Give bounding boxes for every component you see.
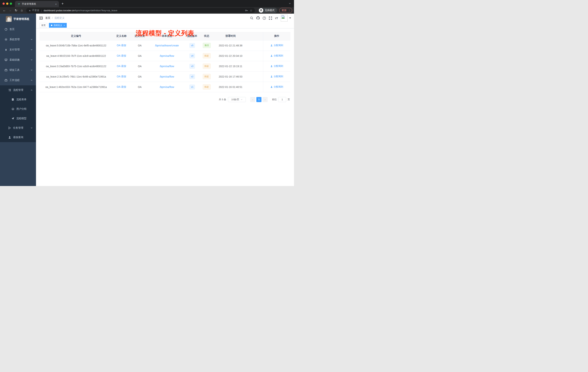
sidebar-item-infra[interactable]: 基础设施	[0, 55, 36, 65]
page-content: 定义编号 定义名称 定义分类 表单信息 流程版本 状态 部署时间 操作	[36, 28, 294, 186]
cell-category: OA	[130, 82, 149, 92]
window-zoom-button[interactable]	[10, 2, 12, 5]
chevron-down-icon	[241, 99, 242, 100]
form-info-link[interactable]: /bpm/oa/flow	[160, 86, 174, 88]
chevron-down-icon	[31, 69, 33, 71]
browser-tab-strip: 芋道管理系统 × +	[0, 0, 294, 7]
sidebar-item-devtools[interactable]: 研发工具	[0, 65, 36, 75]
page-number-1[interactable]: 1	[256, 97, 262, 102]
sidebar-item-workflow[interactable]: 工作流程	[0, 75, 36, 85]
assign-rule-link[interactable]: 分配规则	[270, 65, 283, 68]
tags-view-bar: 首页 流程定义 ×	[36, 22, 294, 28]
form-info-link[interactable]: /bpm/oa/leave/create	[155, 44, 179, 47]
browser-tab[interactable]: 芋道管理系统 ×	[15, 1, 59, 7]
assign-rule-link[interactable]: 分配规则	[270, 44, 283, 47]
forward-button[interactable]: →	[8, 8, 13, 13]
form-info-link[interactable]: /bpm/oa/flow	[160, 65, 174, 68]
definition-name-link[interactable]: OA 请假	[117, 75, 126, 78]
cell-category: OA	[130, 61, 149, 71]
sidebar-item-home[interactable]: 首页	[0, 24, 36, 34]
prev-page-button[interactable]: ‹	[250, 97, 255, 102]
cell-definition-id: oa_leave:5:004b710b-7b8a-11ec-8ef0-acde4…	[40, 40, 113, 51]
sidebar: 芋道管理系统 首页 系统管理 ¥ 支付管理	[0, 14, 36, 186]
sidebar-item-system[interactable]: 系统管理	[0, 34, 36, 44]
app-title: 芋道管理系统	[13, 17, 29, 21]
user-icon	[270, 75, 273, 78]
fullscreen-icon[interactable]	[269, 16, 272, 20]
avatar-broken-image[interactable]	[281, 15, 288, 22]
sidebar-collapse-icon[interactable]	[39, 17, 43, 20]
chrome-update-button[interactable]: 更新 ⋮	[279, 8, 292, 13]
assign-rule-link[interactable]: 分配规则	[270, 54, 283, 57]
caret-down-icon[interactable]	[289, 17, 291, 19]
sidebar-item-process-management[interactable]: 流程管理	[0, 85, 36, 95]
update-label[interactable]: 更新	[282, 9, 286, 12]
version-tag: v3	[189, 64, 195, 69]
reload-button[interactable]: ↻	[13, 8, 19, 13]
sidebar-item-process-form[interactable]: 流程表单	[0, 95, 36, 104]
definition-name-link[interactable]: OA 请假	[117, 85, 126, 88]
address-bar[interactable]: ▲ 不安全 | dashboard.yudao.iocoder.cn/bpm/m…	[26, 8, 255, 13]
window-minimize-button[interactable]	[6, 2, 8, 5]
next-page-button[interactable]: ›	[262, 97, 268, 102]
breadcrumb-separator: /	[52, 17, 53, 20]
home-button[interactable]: ⌂	[19, 8, 24, 13]
password-key-icon[interactable]	[245, 9, 248, 12]
sidebar-item-leave-query[interactable]: 请假查询	[0, 133, 36, 142]
screenshot-root: 芋道管理系统 × + ← → ↻ ⌂ ▲ 不安全 | dashboard.yud…	[0, 0, 294, 186]
chevron-down-icon	[31, 49, 33, 51]
github-icon[interactable]	[256, 16, 260, 20]
sidebar-item-payment[interactable]: ¥ 支付管理	[0, 44, 36, 55]
tag-home[interactable]: 首页	[40, 23, 47, 28]
bookmark-star-icon[interactable]: ☆	[250, 9, 252, 12]
url-separator: |	[41, 9, 42, 12]
user-icon	[8, 136, 11, 139]
tag-process-definition[interactable]: 流程定义 ×	[49, 23, 67, 28]
definition-name-link[interactable]: OA 请假	[117, 54, 126, 57]
navbar-actions: ? ᴛT	[250, 15, 291, 22]
breadcrumb-home[interactable]: 首页	[45, 16, 50, 20]
tab-close-icon[interactable]: ×	[55, 2, 57, 6]
form-info-link[interactable]: /bpm/oa/flow	[160, 75, 174, 78]
col-definition-name: 定义名称	[113, 32, 130, 40]
gear-icon	[5, 38, 8, 41]
definition-name-link[interactable]: OA 请假	[117, 44, 126, 47]
form-info-link[interactable]: /bpm/oa/flow	[160, 55, 174, 57]
window-controls[interactable]	[0, 2, 15, 5]
search-icon[interactable]	[250, 16, 253, 20]
user-icon	[270, 55, 273, 57]
help-icon[interactable]: ?	[262, 16, 266, 20]
cell-definition-id: oa_leave:1:482ec033-762a-11ec-8477-a2380…	[40, 82, 113, 92]
user-icon	[270, 44, 273, 47]
user-avatar-dropdown[interactable]	[281, 15, 291, 22]
tab-search-chevron-icon[interactable]	[289, 2, 291, 5]
tag-close-icon[interactable]: ×	[64, 24, 65, 26]
sidebar-logo[interactable]: 芋道管理系统	[0, 14, 36, 24]
assign-rule-link[interactable]: 分配规则	[270, 85, 283, 88]
definition-name-link[interactable]: OA 请假	[117, 65, 126, 67]
page-size-select[interactable]: 10条/页	[228, 97, 246, 102]
font-size-icon[interactable]: ᴛT	[275, 17, 278, 20]
new-tab-button[interactable]: +	[62, 1, 64, 6]
browser-menu-dots-icon[interactable]: ⋮	[288, 9, 291, 12]
security-warning-icon: ▲	[29, 9, 31, 12]
monitor-icon	[5, 58, 8, 61]
sidebar-item-process-model[interactable]: 流程模型	[0, 114, 36, 123]
breadcrumb-current: 流程定义	[54, 16, 64, 20]
version-tag: v1	[189, 85, 195, 89]
window-close-button[interactable]	[2, 2, 5, 5]
definition-table: 定义编号 定义名称 定义分类 表单信息 流程版本 状态 部署时间 操作	[40, 32, 290, 92]
assign-rule-link[interactable]: 分配规则	[270, 75, 283, 78]
goto-page-input[interactable]	[278, 97, 286, 102]
tab-title: 芋道管理系统	[22, 2, 55, 6]
page-annotation-title: 流程模型 - 定义列表	[136, 29, 194, 37]
security-label[interactable]: 不安全	[32, 9, 40, 12]
status-badge: 挂起	[203, 53, 211, 58]
workflow-submenu: 流程管理 流程表单 用户分组 流程模型	[0, 85, 36, 142]
sidebar-item-user-group[interactable]: 用户分组	[0, 104, 36, 114]
status-badge: 挂起	[203, 64, 211, 69]
back-button[interactable]: ←	[2, 8, 7, 13]
cell-deploy-time: 2022-01-22 21:48:38	[214, 40, 247, 51]
cell-deploy-time: 2022-01-16 01:40:51	[214, 82, 247, 92]
sidebar-item-task-management[interactable]: 任务管理	[0, 123, 36, 133]
